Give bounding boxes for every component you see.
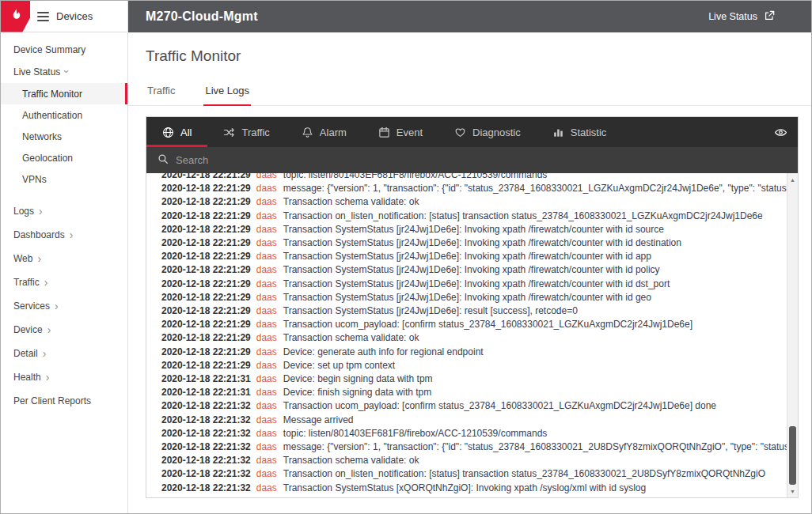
statistic-chart-icon [552, 127, 564, 138]
log-timestamp: 2020-12-18 22:21:29 [161, 237, 251, 248]
sidebar-item-label: Health [13, 372, 41, 383]
log-source: daas [256, 305, 277, 316]
sidebar-item-label: Web [13, 253, 32, 264]
sidebar-item-logs[interactable]: Logs› [1, 199, 127, 223]
sidebar-item-label: Services [13, 300, 50, 312]
chevron-right-icon: › [46, 372, 50, 383]
log-source: daas [256, 173, 277, 180]
chevron-right-icon: › [39, 206, 43, 217]
log-source: daas [256, 373, 277, 384]
log-source: daas [256, 482, 277, 493]
log-timestamp: 2020-12-18 22:21:32 [161, 482, 251, 493]
scroll-up-icon[interactable]: ▲ [787, 174, 798, 185]
log-message: Transaction SystemStatus [jr24Jwj1De6e]:… [283, 292, 651, 303]
log-row: 2020-12-18 22:21:29daasTransaction Syste… [161, 236, 787, 250]
chevron-right-icon: › [37, 253, 41, 264]
alarm-bell-icon [302, 127, 313, 138]
log-source: daas [256, 183, 277, 194]
log-timestamp: 2020-12-18 22:21:29 [161, 264, 251, 275]
eye-icon[interactable] [764, 117, 798, 147]
device-title: M270-Cloud-Mgmt [146, 9, 258, 24]
tab-live-logs[interactable]: Live Logs [203, 83, 251, 106]
log-row: 2020-12-18 22:21:31daasDevice: finish si… [161, 386, 787, 399]
log-row: 2020-12-18 22:21:29daastopic: listen/801… [161, 173, 787, 182]
log-message: Device: set up tpm context [283, 360, 395, 371]
sidebar-item-label: Logs [13, 206, 34, 217]
log-rows: 2020-12-18 22:21:29daastopic: listen/801… [161, 173, 787, 495]
log-row: 2020-12-18 22:21:32daasMessage arrived [161, 414, 787, 427]
log-panel: AllTrafficAlarmEventDiagnosticStatistic [146, 116, 799, 498]
log-timestamp: 2020-12-18 22:21:32 [161, 428, 251, 439]
chevron-right-icon: › [55, 300, 59, 312]
page-tabs: TrafficLive Logs [128, 83, 811, 106]
log-row: 2020-12-18 22:21:29daasTransaction ucom_… [161, 318, 787, 331]
log-timestamp: 2020-12-18 22:21:29 [161, 305, 251, 316]
log-message: Device: begin signing data with tpm [283, 373, 433, 384]
log-row: 2020-12-18 22:21:29daasTransaction schem… [161, 195, 787, 209]
log-message: Transaction schema validate: ok [283, 196, 419, 207]
sidebar-item-dashboards[interactable]: Dashboards› [1, 223, 127, 247]
filter-tab-statistic[interactable]: Statistic [537, 117, 623, 147]
globe-icon [162, 127, 174, 138]
filter-tab-all[interactable]: All [146, 117, 207, 147]
log-message: Transaction SystemStatus [jr24Jwj1De6e]:… [283, 237, 681, 248]
log-timestamp: 2020-12-18 22:21:32 [161, 414, 251, 425]
sidebar-item-label: Geolocation [22, 153, 73, 164]
sidebar-item-label: Traffic [13, 277, 40, 288]
log-row: 2020-12-18 22:21:29daasDevice: set up tp… [161, 359, 787, 372]
sidebar-item-authentication[interactable]: Authentication [1, 104, 127, 126]
menu-icon[interactable] [37, 12, 49, 21]
scrollbar-thumb[interactable] [789, 426, 796, 485]
filter-tab-alarm[interactable]: Alarm [286, 117, 362, 147]
sidebar-item-health[interactable]: Health› [1, 365, 127, 389]
filter-tab-event[interactable]: Event [362, 117, 438, 147]
log-row: 2020-12-18 22:21:31daasDevice: begin sig… [161, 372, 787, 386]
log-source: daas [256, 264, 277, 275]
log-message: Device: finish signing data with tpm [283, 387, 431, 398]
external-link-icon [764, 10, 775, 24]
app-window: Devices Device SummaryLive Status›Traffi… [0, 0, 812, 514]
log-message: Transaction schema validate: ok [283, 332, 419, 343]
log-message: message: {"version": 1, "transaction": {… [283, 183, 787, 194]
sidebar-item-live-status[interactable]: Live Status› [1, 61, 127, 83]
log-row: 2020-12-18 22:21:29daasTransaction Syste… [161, 250, 787, 263]
live-status-link[interactable]: Live Status [708, 10, 775, 24]
log-timestamp: 2020-12-18 22:21:29 [161, 173, 251, 180]
filter-tab-diagnostic[interactable]: Diagnostic [438, 117, 537, 147]
vertical-scrollbar[interactable]: ▲ ▼ [787, 173, 798, 497]
log-timestamp: 2020-12-18 22:21:32 [161, 441, 251, 452]
sidebar-item-label: Dashboards [13, 229, 65, 240]
log-message: Transaction on_listen_notification: [sta… [283, 468, 765, 479]
filter-tab-label: Statistic [571, 127, 607, 138]
sidebar-item-web[interactable]: Web› [1, 247, 127, 270]
chevron-right-icon: › [70, 229, 74, 240]
page-content: Traffic Monitor TrafficLive Logs AllTraf… [128, 32, 811, 513]
sidebar-item-services[interactable]: Services› [1, 294, 127, 318]
chevron-right-icon: › [47, 324, 51, 335]
log-body[interactable]: 2020-12-18 22:21:29daastopic: listen/801… [146, 173, 787, 497]
log-source: daas [256, 237, 277, 248]
sidebar-item-vpns[interactable]: VPNs [1, 168, 127, 190]
filter-tab-traffic[interactable]: Traffic [207, 117, 285, 147]
log-row: 2020-12-18 22:21:29daasTransaction Syste… [161, 304, 787, 318]
sidebar-header: Devices [1, 1, 127, 32]
tab-traffic[interactable]: Traffic [146, 83, 176, 105]
sidebar-item-device[interactable]: Device› [1, 318, 127, 342]
log-timestamp: 2020-12-18 22:21:29 [161, 346, 251, 357]
sidebar-item-per-client-reports[interactable]: Per Client Reports [1, 389, 127, 413]
sidebar-item-device-summary[interactable]: Device Summary [1, 39, 127, 61]
log-source: daas [256, 278, 277, 289]
log-row: 2020-12-18 22:21:29daasDevice: generate … [161, 346, 787, 359]
log-source: daas [256, 455, 277, 466]
sidebar-item-networks[interactable]: Networks [1, 126, 127, 147]
log-message: Transaction SystemStatus [jr24Jwj1De6e]:… [283, 224, 664, 235]
scroll-down-icon[interactable]: ▼ [787, 486, 798, 497]
search-input[interactable] [176, 154, 787, 166]
sidebar-item-traffic-monitor[interactable]: Traffic Monitor [1, 83, 127, 104]
sidebar: Devices Device SummaryLive Status›Traffi… [1, 1, 128, 513]
sidebar-item-traffic[interactable]: Traffic› [1, 270, 127, 294]
sidebar-item-label: Live Status [13, 66, 60, 77]
log-row: 2020-12-18 22:21:29daasTransaction schem… [161, 331, 787, 345]
sidebar-item-geolocation[interactable]: Geolocation [1, 147, 127, 168]
sidebar-item-detail[interactable]: Detail› [1, 342, 127, 365]
